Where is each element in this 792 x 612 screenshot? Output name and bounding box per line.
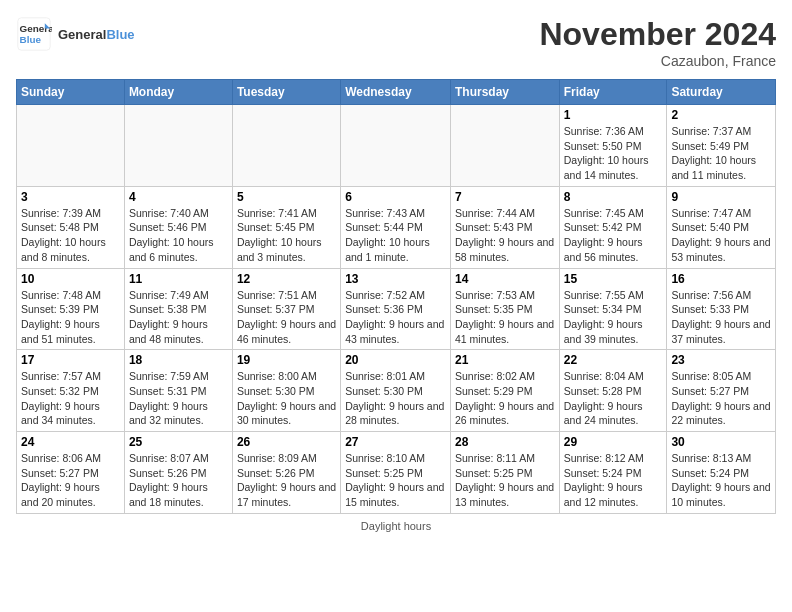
day-info: Sunrise: 7:47 AM Sunset: 5:40 PM Dayligh… [671, 206, 771, 265]
day-info: Sunrise: 8:04 AM Sunset: 5:28 PM Dayligh… [564, 369, 663, 428]
day-info: Sunrise: 7:57 AM Sunset: 5:32 PM Dayligh… [21, 369, 120, 428]
day-number: 2 [671, 108, 771, 122]
day-number: 5 [237, 190, 336, 204]
header-monday: Monday [124, 80, 232, 105]
day-number: 16 [671, 272, 771, 286]
logo-text: GeneralBlue [58, 27, 135, 42]
week-row-3: 17Sunrise: 7:57 AM Sunset: 5:32 PM Dayli… [17, 350, 776, 432]
day-info: Sunrise: 7:39 AM Sunset: 5:48 PM Dayligh… [21, 206, 120, 265]
day-number: 15 [564, 272, 663, 286]
day-number: 8 [564, 190, 663, 204]
day-number: 11 [129, 272, 228, 286]
calendar-cell: 10Sunrise: 7:48 AM Sunset: 5:39 PM Dayli… [17, 268, 125, 350]
logo: General Blue GeneralBlue [16, 16, 135, 52]
day-number: 13 [345, 272, 446, 286]
title-block: November 2024 Cazaubon, France [539, 16, 776, 69]
calendar-cell: 27Sunrise: 8:10 AM Sunset: 5:25 PM Dayli… [341, 432, 451, 514]
week-row-4: 24Sunrise: 8:06 AM Sunset: 5:27 PM Dayli… [17, 432, 776, 514]
day-info: Sunrise: 7:45 AM Sunset: 5:42 PM Dayligh… [564, 206, 663, 265]
day-info: Sunrise: 7:40 AM Sunset: 5:46 PM Dayligh… [129, 206, 228, 265]
day-number: 1 [564, 108, 663, 122]
day-info: Sunrise: 7:56 AM Sunset: 5:33 PM Dayligh… [671, 288, 771, 347]
day-info: Sunrise: 7:55 AM Sunset: 5:34 PM Dayligh… [564, 288, 663, 347]
calendar-cell: 18Sunrise: 7:59 AM Sunset: 5:31 PM Dayli… [124, 350, 232, 432]
week-row-1: 3Sunrise: 7:39 AM Sunset: 5:48 PM Daylig… [17, 186, 776, 268]
calendar-cell: 24Sunrise: 8:06 AM Sunset: 5:27 PM Dayli… [17, 432, 125, 514]
header-friday: Friday [559, 80, 667, 105]
calendar-cell [17, 105, 125, 187]
calendar-cell: 20Sunrise: 8:01 AM Sunset: 5:30 PM Dayli… [341, 350, 451, 432]
calendar-cell: 8Sunrise: 7:45 AM Sunset: 5:42 PM Daylig… [559, 186, 667, 268]
day-info: Sunrise: 8:01 AM Sunset: 5:30 PM Dayligh… [345, 369, 446, 428]
calendar-cell: 26Sunrise: 8:09 AM Sunset: 5:26 PM Dayli… [232, 432, 340, 514]
day-info: Sunrise: 8:12 AM Sunset: 5:24 PM Dayligh… [564, 451, 663, 510]
day-number: 4 [129, 190, 228, 204]
header-tuesday: Tuesday [232, 80, 340, 105]
calendar-cell: 7Sunrise: 7:44 AM Sunset: 5:43 PM Daylig… [450, 186, 559, 268]
week-row-2: 10Sunrise: 7:48 AM Sunset: 5:39 PM Dayli… [17, 268, 776, 350]
day-number: 28 [455, 435, 555, 449]
day-number: 24 [21, 435, 120, 449]
day-info: Sunrise: 7:53 AM Sunset: 5:35 PM Dayligh… [455, 288, 555, 347]
calendar-cell [450, 105, 559, 187]
day-info: Sunrise: 8:02 AM Sunset: 5:29 PM Dayligh… [455, 369, 555, 428]
header-thursday: Thursday [450, 80, 559, 105]
calendar-cell: 30Sunrise: 8:13 AM Sunset: 5:24 PM Dayli… [667, 432, 776, 514]
day-info: Sunrise: 8:07 AM Sunset: 5:26 PM Dayligh… [129, 451, 228, 510]
calendar-cell: 29Sunrise: 8:12 AM Sunset: 5:24 PM Dayli… [559, 432, 667, 514]
day-number: 19 [237, 353, 336, 367]
day-info: Sunrise: 7:41 AM Sunset: 5:45 PM Dayligh… [237, 206, 336, 265]
day-number: 17 [21, 353, 120, 367]
day-info: Sunrise: 7:49 AM Sunset: 5:38 PM Dayligh… [129, 288, 228, 347]
day-number: 23 [671, 353, 771, 367]
calendar-cell: 6Sunrise: 7:43 AM Sunset: 5:44 PM Daylig… [341, 186, 451, 268]
calendar-cell: 15Sunrise: 7:55 AM Sunset: 5:34 PM Dayli… [559, 268, 667, 350]
calendar-cell [341, 105, 451, 187]
day-info: Sunrise: 8:10 AM Sunset: 5:25 PM Dayligh… [345, 451, 446, 510]
day-number: 18 [129, 353, 228, 367]
day-number: 25 [129, 435, 228, 449]
calendar-cell: 4Sunrise: 7:40 AM Sunset: 5:46 PM Daylig… [124, 186, 232, 268]
day-info: Sunrise: 8:13 AM Sunset: 5:24 PM Dayligh… [671, 451, 771, 510]
calendar-cell: 5Sunrise: 7:41 AM Sunset: 5:45 PM Daylig… [232, 186, 340, 268]
calendar-cell: 28Sunrise: 8:11 AM Sunset: 5:25 PM Dayli… [450, 432, 559, 514]
svg-text:General: General [20, 23, 52, 34]
calendar-cell: 19Sunrise: 8:00 AM Sunset: 5:30 PM Dayli… [232, 350, 340, 432]
day-info: Sunrise: 7:59 AM Sunset: 5:31 PM Dayligh… [129, 369, 228, 428]
calendar-cell: 21Sunrise: 8:02 AM Sunset: 5:29 PM Dayli… [450, 350, 559, 432]
calendar-cell: 25Sunrise: 8:07 AM Sunset: 5:26 PM Dayli… [124, 432, 232, 514]
header-wednesday: Wednesday [341, 80, 451, 105]
page-header: General Blue GeneralBlue November 2024 C… [16, 16, 776, 69]
day-info: Sunrise: 8:00 AM Sunset: 5:30 PM Dayligh… [237, 369, 336, 428]
day-info: Sunrise: 8:11 AM Sunset: 5:25 PM Dayligh… [455, 451, 555, 510]
daylight-note: Daylight hours [16, 520, 776, 532]
day-info: Sunrise: 7:52 AM Sunset: 5:36 PM Dayligh… [345, 288, 446, 347]
day-number: 3 [21, 190, 120, 204]
calendar-cell [232, 105, 340, 187]
day-number: 22 [564, 353, 663, 367]
day-info: Sunrise: 7:48 AM Sunset: 5:39 PM Dayligh… [21, 288, 120, 347]
calendar-table: SundayMondayTuesdayWednesdayThursdayFrid… [16, 79, 776, 514]
day-info: Sunrise: 7:37 AM Sunset: 5:49 PM Dayligh… [671, 124, 771, 183]
day-info: Sunrise: 8:05 AM Sunset: 5:27 PM Dayligh… [671, 369, 771, 428]
calendar-cell: 1Sunrise: 7:36 AM Sunset: 5:50 PM Daylig… [559, 105, 667, 187]
calendar-cell: 17Sunrise: 7:57 AM Sunset: 5:32 PM Dayli… [17, 350, 125, 432]
calendar-cell: 2Sunrise: 7:37 AM Sunset: 5:49 PM Daylig… [667, 105, 776, 187]
location: Cazaubon, France [539, 53, 776, 69]
day-info: Sunrise: 7:51 AM Sunset: 5:37 PM Dayligh… [237, 288, 336, 347]
day-number: 30 [671, 435, 771, 449]
calendar-cell: 14Sunrise: 7:53 AM Sunset: 5:35 PM Dayli… [450, 268, 559, 350]
month-title: November 2024 [539, 16, 776, 53]
calendar-cell: 16Sunrise: 7:56 AM Sunset: 5:33 PM Dayli… [667, 268, 776, 350]
day-number: 20 [345, 353, 446, 367]
calendar-cell [124, 105, 232, 187]
calendar-cell: 22Sunrise: 8:04 AM Sunset: 5:28 PM Dayli… [559, 350, 667, 432]
calendar-cell: 3Sunrise: 7:39 AM Sunset: 5:48 PM Daylig… [17, 186, 125, 268]
day-number: 6 [345, 190, 446, 204]
week-row-0: 1Sunrise: 7:36 AM Sunset: 5:50 PM Daylig… [17, 105, 776, 187]
day-info: Sunrise: 7:36 AM Sunset: 5:50 PM Dayligh… [564, 124, 663, 183]
day-number: 14 [455, 272, 555, 286]
header-saturday: Saturday [667, 80, 776, 105]
day-number: 27 [345, 435, 446, 449]
day-info: Sunrise: 7:43 AM Sunset: 5:44 PM Dayligh… [345, 206, 446, 265]
